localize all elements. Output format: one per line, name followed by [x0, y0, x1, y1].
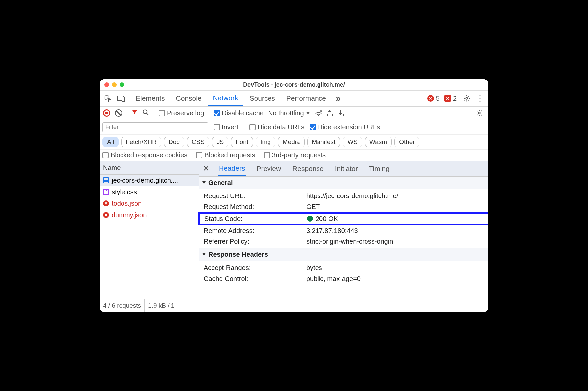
detail-tab-headers[interactable]: Headers [218, 161, 246, 176]
inspect-icon[interactable] [102, 93, 114, 104]
svg-line-5 [147, 113, 148, 115]
request-name: todos.json [112, 200, 142, 207]
type-pill-font[interactable]: Font [231, 137, 253, 147]
header-value: bytes [306, 264, 322, 272]
download-har-icon[interactable] [338, 110, 344, 116]
status-dot-icon [307, 216, 313, 222]
tab-sources[interactable]: Sources [245, 91, 280, 106]
resource-type-filter: AllFetch/XHRDocCSSJSFontImgMediaManifest… [100, 135, 488, 150]
error-icon [103, 200, 109, 206]
header-row: Request Method:GET [199, 201, 488, 212]
invert-checkbox[interactable]: Invert [214, 123, 238, 131]
header-value: 3.217.87.180:443 [306, 227, 358, 235]
detail-tab-timing[interactable]: Timing [368, 161, 391, 176]
header-value: 200 OK [307, 215, 338, 223]
close-window-button[interactable] [104, 82, 109, 87]
blocked-cookies-checkbox[interactable]: Blocked response cookies [102, 152, 187, 159]
header-row: Cache-Control:public, max-age=0 [199, 273, 488, 284]
kebab-menu-icon[interactable]: ⋮ [474, 93, 486, 104]
request-row[interactable]: jec-cors-demo.glitch.... [100, 175, 199, 186]
type-pill-fetchxhr[interactable]: Fetch/XHR [121, 137, 161, 147]
clear-button[interactable] [115, 109, 122, 117]
header-key: Remote Address: [204, 227, 306, 235]
third-party-checkbox[interactable]: 3rd-party requests [264, 152, 326, 159]
request-row[interactable]: style.css [100, 186, 199, 198]
detail-tab-initiator[interactable]: Initiator [334, 161, 359, 176]
issues-badge[interactable]: ✕ 2 [444, 95, 457, 102]
close-details-icon[interactable]: ✕ [203, 164, 209, 173]
request-details: ✕ Headers Preview Response Initiator Tim… [199, 161, 488, 312]
search-icon[interactable] [142, 109, 149, 117]
more-tabs-icon[interactable]: » [333, 93, 344, 104]
header-key: Accept-Ranges: [204, 264, 306, 272]
errors-badge[interactable]: 5 [427, 95, 440, 102]
header-value: https://jec-cors-demo.glitch.me/ [306, 192, 398, 200]
network-conditions-icon[interactable] [315, 109, 322, 117]
detail-tab-preview[interactable]: Preview [255, 161, 282, 176]
request-list-footer: 4 / 6 requests 1.9 kB / 1 [100, 299, 199, 312]
type-pill-other[interactable]: Other [394, 137, 419, 147]
traffic-lights [104, 82, 124, 87]
record-button[interactable] [103, 109, 110, 117]
transfer-size: 1.9 kB / 1 [145, 299, 178, 312]
tab-network[interactable]: Network [208, 91, 243, 106]
type-pill-ws[interactable]: WS [343, 137, 362, 147]
hide-extension-urls-checkbox[interactable]: Hide extension URLs [310, 123, 380, 131]
zoom-window-button[interactable] [120, 82, 124, 87]
type-pill-manifest[interactable]: Manifest [307, 137, 340, 147]
request-row[interactable]: todos.json [100, 198, 199, 209]
type-pill-js[interactable]: JS [212, 137, 228, 147]
throttling-select[interactable]: No throttling [268, 109, 310, 117]
svg-point-3 [466, 97, 468, 99]
tab-performance[interactable]: Performance [282, 91, 331, 106]
detail-tab-strip: ✕ Headers Preview Response Initiator Tim… [199, 161, 488, 177]
header-row: Referrer Policy:strict-origin-when-cross… [199, 236, 488, 247]
section-general[interactable]: General [199, 177, 488, 189]
network-settings-gear-icon[interactable] [474, 108, 485, 119]
disable-cache-checkbox[interactable]: Disable cache [214, 109, 264, 117]
type-pill-css[interactable]: CSS [187, 137, 209, 147]
filter-toggle-icon[interactable] [132, 109, 138, 117]
error-icon [103, 212, 109, 218]
header-row: Request URL:https://jec-cors-demo.glitch… [199, 191, 488, 201]
filter-row: Invert Hide data URLs Hide extension URL… [100, 120, 488, 135]
name-column-header[interactable]: Name [100, 161, 199, 175]
error-icon [427, 95, 434, 102]
type-pill-doc[interactable]: Doc [164, 137, 184, 147]
additional-filters: Blocked response cookies Blocked request… [100, 150, 488, 161]
request-list: Name jec-cors-demo.glitch....style.cssto… [100, 161, 199, 312]
hide-data-urls-checkbox[interactable]: Hide data URLs [249, 123, 304, 131]
minimize-window-button[interactable] [112, 82, 117, 87]
type-pill-img[interactable]: Img [256, 137, 275, 147]
requests-count: 4 / 6 requests [100, 299, 145, 312]
header-key: Status Code: [204, 215, 307, 223]
devtools-window: DevTools - jec-cors-demo.glitch.me/ Elem… [100, 79, 488, 312]
issue-icon: ✕ [444, 95, 451, 102]
network-toolbar: Preserve log Disable cache No throttling [100, 107, 488, 120]
header-key: Request URL: [204, 192, 306, 200]
checkbox-icon [159, 110, 165, 116]
type-pill-wasm[interactable]: Wasm [365, 137, 392, 147]
preserve-log-checkbox[interactable]: Preserve log [159, 109, 204, 117]
request-row[interactable]: dummy.json [100, 209, 199, 221]
upload-har-icon[interactable] [327, 110, 333, 116]
request-name: jec-cors-demo.glitch.... [112, 177, 178, 184]
detail-tab-response[interactable]: Response [291, 161, 325, 176]
blocked-requests-checkbox[interactable]: Blocked requests [196, 152, 255, 159]
request-name: style.css [112, 188, 137, 196]
header-value: strict-origin-when-cross-origin [306, 238, 393, 245]
content-split: Name jec-cors-demo.glitch....style.cssto… [100, 161, 488, 312]
device-toolbar-icon[interactable] [116, 93, 127, 104]
svg-point-6 [318, 115, 319, 116]
filter-input[interactable] [102, 122, 208, 132]
svg-point-8 [478, 112, 480, 114]
type-pill-all[interactable]: All [102, 137, 119, 147]
main-tab-strip: Elements Console Network Sources Perform… [100, 91, 488, 107]
type-pill-media[interactable]: Media [278, 137, 305, 147]
checkbox-checked-icon [214, 110, 220, 116]
header-value: public, max-age=0 [306, 275, 361, 282]
section-response-headers[interactable]: Response Headers [199, 248, 488, 261]
settings-gear-icon[interactable] [461, 93, 472, 104]
tab-elements[interactable]: Elements [131, 91, 170, 106]
tab-console[interactable]: Console [172, 91, 206, 106]
